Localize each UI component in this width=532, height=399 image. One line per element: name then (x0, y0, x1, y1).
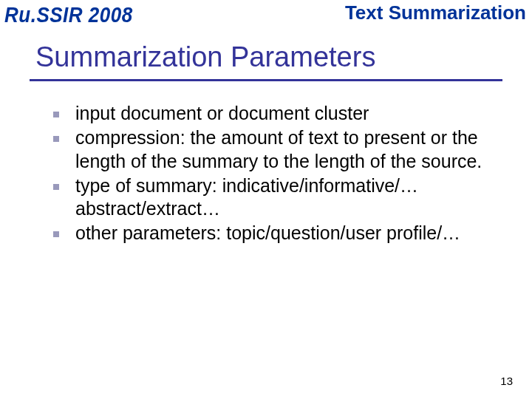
title-underline (30, 79, 502, 81)
square-bullet-icon (53, 136, 59, 142)
list-item: other parameters: topic/question/user pr… (53, 222, 488, 245)
list-item: type of summary: indicative/informative/… (53, 174, 488, 221)
bullet-text: other parameters: topic/question/user pr… (75, 222, 460, 245)
slide-title: Summarization Parameters (35, 41, 532, 73)
list-item: compression: the amount of text to prese… (53, 126, 488, 173)
list-item: input document or document cluster (53, 102, 488, 125)
slide-header: Ru.SSIR 2008 Text Summarization (0, 0, 532, 31)
bullet-text: compression: the amount of text to prese… (75, 126, 488, 173)
bullet-text: type of summary: indicative/informative/… (75, 174, 488, 221)
bullet-text: input document or document cluster (75, 102, 369, 125)
slide-body: input document or document cluster compr… (53, 102, 488, 245)
page-number: 13 (500, 375, 513, 387)
header-left-text: Ru.SSIR 2008 (4, 1, 133, 28)
header-right-text: Text Summarization (345, 1, 526, 24)
square-bullet-icon (53, 112, 59, 117)
square-bullet-icon (53, 184, 59, 190)
square-bullet-icon (53, 231, 59, 237)
